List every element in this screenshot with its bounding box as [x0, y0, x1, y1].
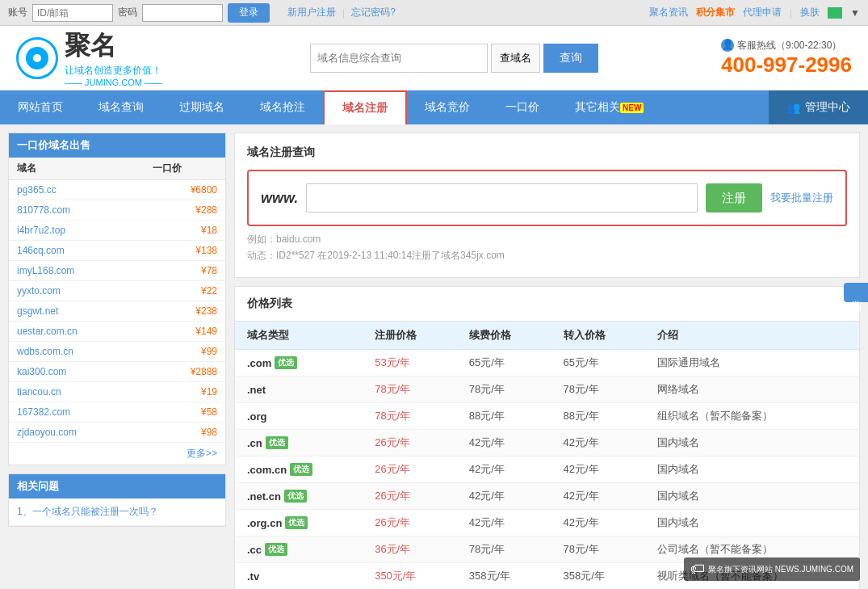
list-item: yyxto.com¥22: [9, 281, 225, 301]
table-row: .com.cn优选 26元/年 42元/年 42元/年 国内域名: [235, 456, 859, 483]
domain-link[interactable]: tiancou.cn: [17, 386, 61, 398]
nav-other[interactable]: 其它相关 NEW: [557, 90, 661, 124]
table-row: .net.cn优选 26元/年 42元/年 42元/年 国内域名: [235, 483, 859, 510]
domain-price: ¥98: [145, 423, 225, 443]
domain-price: ¥138: [145, 241, 225, 261]
nav-domain-query[interactable]: 域名查询: [81, 90, 161, 124]
table-row: .org 78元/年 88元/年 88元/年 组织域名（暂不能备案）: [235, 403, 859, 430]
transfer-price: 65元/年: [551, 350, 646, 377]
sidebar-domain-sale: 一口价域名出售 域名 一口价 pg365.cc¥6800810778.com¥2…: [8, 133, 226, 465]
service-label: 👤 客服热线（9:00-22:30）: [721, 39, 852, 53]
list-item: i4br7u2.top¥18: [9, 221, 225, 241]
watermark: 🏷 聚名旗下资讯网站 NEWS.JUMING.COM: [684, 557, 860, 581]
transfer-price: 42元/年: [551, 456, 646, 483]
skin-link[interactable]: 换肤: [800, 6, 820, 19]
forgot-link[interactable]: 忘记密码?: [351, 6, 396, 19]
mgmt-icon: 👥: [786, 101, 800, 114]
renew-price: 42元/年: [457, 510, 551, 536]
nav-domain-auction[interactable]: 域名竞价: [407, 90, 488, 124]
domain-link[interactable]: gsgwt.net: [17, 305, 58, 317]
hot-badge: 优选: [284, 490, 307, 503]
reg-price: 78元/年: [363, 377, 457, 403]
domain-link[interactable]: uestar.com.cn: [17, 326, 78, 337]
renew-price: 88元/年: [457, 403, 551, 430]
header-search-input[interactable]: [310, 44, 488, 73]
reg-price: 26元/年: [363, 510, 457, 536]
list-item: pg365.cc¥6800: [9, 180, 225, 200]
domain-price: ¥6800: [145, 180, 225, 200]
logo-icon: [16, 37, 58, 79]
domain-price: ¥2888: [145, 362, 225, 382]
lang-icon[interactable]: [828, 7, 842, 19]
logo-slogan: 让域名创造更多价值！: [65, 64, 162, 78]
dropdown-icon[interactable]: ▼: [850, 7, 860, 19]
transfer-price: 78元/年: [551, 377, 646, 403]
agent-link[interactable]: 代理申请: [743, 6, 782, 19]
domain-type: .cc优选: [247, 543, 350, 556]
domain-price: ¥22: [145, 281, 225, 301]
domain-price: ¥78: [145, 261, 225, 281]
domain-type: .tv: [247, 570, 350, 583]
nav-domain-register[interactable]: 域名注册: [323, 90, 407, 124]
price-table-header: 注册价格: [363, 322, 457, 350]
www-label: www.: [261, 190, 298, 207]
list-item: tiancou.cn¥19: [9, 382, 225, 402]
register-link[interactable]: 新用户注册: [287, 6, 336, 19]
reg-price: 26元/年: [363, 456, 457, 483]
login-button[interactable]: 登录: [228, 3, 270, 23]
domain-type: .org.cn优选: [247, 516, 350, 529]
domain-link[interactable]: pg365.cc: [17, 184, 57, 196]
news-link[interactable]: 聚名资讯: [649, 6, 688, 19]
faq-item[interactable]: 1、一个域名只能被注册一次吗？: [9, 499, 225, 526]
nav-home[interactable]: 网站首页: [0, 90, 81, 124]
domain-link[interactable]: imyL168.com: [17, 265, 74, 276]
nav-mgmt[interactable]: 👥 管理中心: [769, 90, 868, 124]
nav-expired-domain[interactable]: 过期域名: [161, 90, 242, 124]
domain-link[interactable]: yyxto.com: [17, 285, 61, 297]
domain-price: ¥99: [145, 342, 225, 362]
search-type-button[interactable]: 查域名: [491, 44, 540, 73]
price-table-header: 续费价格: [457, 322, 551, 350]
sidebar-table: 域名 一口价 pg365.cc¥6800810778.com¥288i4br7u…: [9, 158, 225, 443]
transfer-price: 78元/年: [551, 536, 646, 563]
domain-link[interactable]: i4br7u2.top: [17, 225, 65, 236]
float-panel[interactable]: 有问必答: [844, 283, 868, 302]
header-search: 查域名 查询: [187, 44, 721, 73]
renew-price: 78元/年: [457, 536, 551, 563]
top-bar-right: 聚名资讯 积分集市 代理申请 | 换肤 ▼: [649, 6, 860, 19]
domain-link[interactable]: 146cq.com: [17, 245, 65, 256]
batch-register-link[interactable]: 我要批量注册: [770, 191, 833, 205]
domain-intro: 网络域名: [645, 377, 859, 403]
top-bar-left: 账号 密码 登录 新用户注册 | 忘记密码?: [8, 3, 643, 23]
points-link[interactable]: 积分集市: [696, 6, 735, 19]
nav-domain-snap[interactable]: 域名抢注: [242, 90, 323, 124]
logo-cn: 聚名: [65, 28, 162, 64]
register-button[interactable]: 注册: [706, 183, 762, 212]
list-item: uestar.com.cn¥149: [9, 322, 225, 342]
col-domain-name: 域名: [9, 158, 145, 180]
domain-price: ¥19: [145, 382, 225, 402]
list-item: wdbs.com.cn¥99: [9, 342, 225, 362]
domain-intro: 组织域名（暂不能备案）: [645, 403, 859, 430]
domain-link[interactable]: 810778.com: [17, 204, 70, 216]
domain-link[interactable]: wdbs.com.cn: [17, 346, 73, 357]
domain-link[interactable]: 167382.com: [17, 406, 70, 418]
password-input[interactable]: [142, 4, 223, 22]
domain-link[interactable]: zjdaoyou.com: [17, 427, 77, 438]
service-icon: 👤: [721, 39, 734, 52]
more-link[interactable]: 更多>>: [187, 448, 217, 459]
reg-price: 53元/年: [363, 350, 457, 377]
domain-price: ¥18: [145, 221, 225, 241]
list-item: 146cq.com¥138: [9, 241, 225, 261]
nav-fixed-price[interactable]: 一口价: [488, 90, 557, 124]
transfer-price: 88元/年: [551, 403, 646, 430]
account-input[interactable]: [32, 4, 113, 22]
logo: 聚名 让域名创造更多价值！ —— JUMING.COM ——: [16, 28, 162, 87]
header-search-button[interactable]: 查询: [543, 44, 598, 73]
domain-type: .com优选: [247, 356, 350, 369]
register-form-title: 域名注册查询: [247, 145, 847, 160]
domain-input[interactable]: [306, 183, 698, 212]
account-label: 账号: [8, 6, 27, 19]
domain-link[interactable]: kai300.com: [17, 366, 66, 377]
table-row: .org.cn优选 26元/年 42元/年 42元/年 国内域名: [235, 510, 859, 536]
